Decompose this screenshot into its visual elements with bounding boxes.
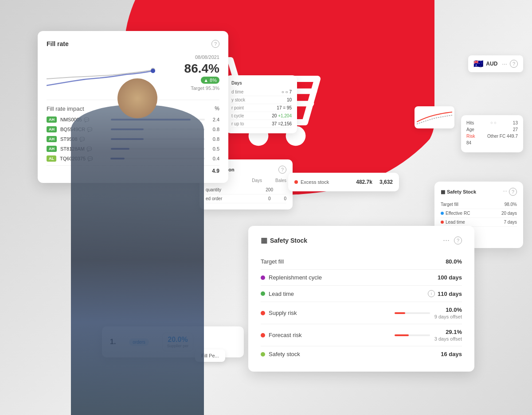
days-row-2: r point 17 = 95 [231,104,292,112]
forecast-risk-fill [395,334,409,336]
dot-purple [261,275,265,280]
ss-sm-effective: Effective RC 20 days [441,209,517,218]
days-card: Days d time ○ ○ 7 y stock 10 r point 17 … [226,75,297,133]
excess-stock-card: Excess stock 482.7k 3,632 [288,173,399,191]
fill-rate-title: Fill rate [47,40,69,47]
lead-time-info-icon[interactable]: i [428,290,435,297]
ss-lead-time-row: Lead time i 110 days [261,286,462,302]
excess-dot [294,180,298,184]
forecast-risk-slider[interactable] [395,334,430,336]
days-row-4: r up to 37 =2,156 [231,120,292,128]
excess-label: Excess stock [301,179,329,185]
ss-sm-target: Target fill 98.0% [441,200,517,209]
excess-val1: 482.7k [356,179,372,185]
dot-green [261,291,265,296]
ss-safety-stock-row: Safety stock 16 days [261,346,462,362]
ss-target-fill-row: Target fill 80.0% [261,254,462,270]
ss-menu-dots[interactable]: ··· [443,236,450,245]
excess-val2: 3,632 [379,179,393,185]
fill-rate-help-icon[interactable]: ? [211,40,219,48]
person-figure [44,70,231,415]
ss-replenishment-row: Replenishment cycle 100 days [261,270,462,286]
ss-lead-time-label: Lead time [269,291,294,297]
dot-red-supply [261,311,265,315]
person-head [117,78,157,118]
bar-chart-icon: ▦ [261,236,267,244]
ss-supply-risk-row: Supply risk 10.0% 9 days offset [261,302,462,324]
ss-main-title: Safety Stock [270,237,307,244]
ss-lead-time-value: 110 days [438,291,462,297]
hits-card: Hits ○ ○ 13 Age 27 Risk Other FC 449.7 8… [461,115,523,152]
safety-stock-main-card: ▦ Safety Stock ··· ? Target fill 80.0% R… [248,226,474,372]
dot-olive [261,352,265,357]
ss-supply-risk-offset: 9 days offset [434,314,462,319]
supply-risk-slider[interactable] [395,312,430,314]
aud-help-icon[interactable]: ? [510,60,518,68]
days-row-3: t cycle 20 +1,204 [231,112,292,120]
ss-supply-risk-value: 10.0% [434,306,462,313]
ss-supply-risk-label: Supply risk [269,310,297,316]
ss-target-fill-label: Target fill [261,258,284,265]
hits-row-3: 84 [466,140,518,145]
days-row-1: y stock 10 [231,96,292,104]
ss-forecast-risk-offset: 3 days offset [434,336,462,341]
supply-risk-fill [395,312,405,314]
ss-sm-help[interactable]: ? [509,188,517,196]
ss-replenishment-value: 100 days [438,274,462,281]
ss-sm-title: Safety Stock [447,189,476,194]
days-row-0: d time ○ ○ 7 [231,88,292,96]
hits-row-1: Age 27 [466,127,518,132]
dot-blue-sm [441,212,444,215]
currency-card[interactable]: 🇦🇺 AUD ··· ? [468,55,523,72]
ss-safety-stock-label: Safety stock [269,351,300,357]
fill-rate-date: 08/08/2021 [195,54,219,60]
ss-sm-dots[interactable]: ··· [503,188,507,196]
flag-icon: 🇦🇺 [473,59,483,69]
currency-label: AUD [486,61,497,67]
rec-help-icon[interactable]: ? [278,166,286,174]
ss-forecast-risk-label: Forecast risk [269,332,301,338]
hits-row-2: Risk Other FC 449.7 [466,134,518,139]
person-body [71,105,204,415]
ss-safety-stock-value: 16 days [441,351,462,357]
dot-red-sm [441,221,444,224]
hits-row-0: Hits ○ ○ 13 [466,120,518,125]
ss-help-icon[interactable]: ? [454,237,462,244]
ss-forecast-risk-value: 29.1% [434,329,462,335]
ss-target-fill-value: 80.0% [446,258,462,265]
ss-replenishment-label: Replenishment cycle [269,274,322,281]
dot-red-forecast [261,333,265,337]
ss-sm-lead: Lead time 7 days [441,218,517,227]
ss-forecast-risk-row: Forecast risk 29.1% 3 days offset [261,324,462,346]
bar-chart-icon-sm: ▦ [441,189,445,195]
line-chart-sm [415,106,454,128]
excess-row: Excess stock 482.7k 3,632 [294,179,393,185]
